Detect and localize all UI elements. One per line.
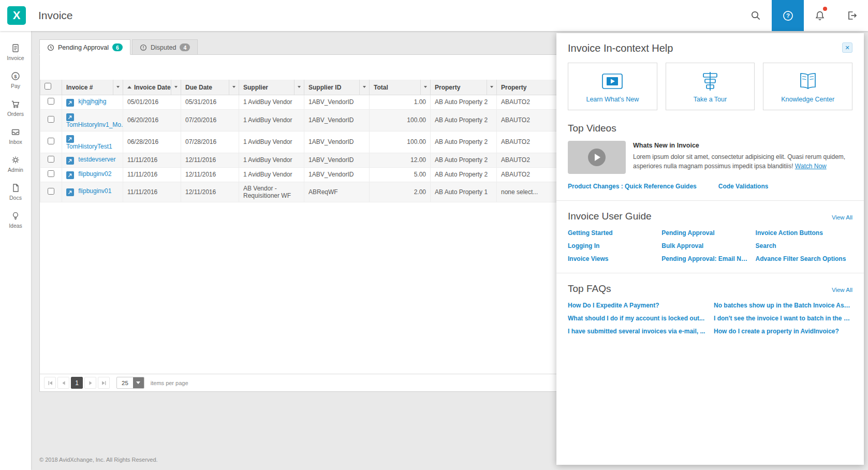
help-panel: Invoice In-context Help ✕ Learn What's N… bbox=[556, 33, 864, 465]
help-button[interactable]: ? bbox=[772, 0, 804, 31]
invoice-number-link[interactable]: kjhgjhgjhg bbox=[78, 98, 106, 105]
column-header-property[interactable]: Property bbox=[431, 80, 497, 95]
property-cell: AB Auto Property 2 bbox=[431, 109, 497, 131]
invoice-number-link[interactable]: flipbuginv01 bbox=[78, 187, 111, 195]
property-cell: AB Auto Property 1 bbox=[431, 182, 497, 202]
row-checkbox[interactable] bbox=[48, 138, 54, 144]
select-all-checkbox[interactable] bbox=[45, 83, 51, 90]
logout-button[interactable] bbox=[836, 0, 868, 31]
watch-now-link[interactable]: Watch Now bbox=[795, 163, 827, 170]
guide-link[interactable]: Getting Started bbox=[568, 229, 654, 237]
guide-link[interactable]: Logging In bbox=[568, 242, 654, 249]
due-date-cell: 12/11/2016 bbox=[181, 153, 239, 167]
tab-pending-approval[interactable]: Pending Approval 6 bbox=[39, 39, 130, 55]
column-header-invoice-date[interactable]: Invoice Date bbox=[123, 80, 181, 95]
tab-disputed[interactable]: Disputed 4 bbox=[132, 39, 198, 55]
column-menu-button[interactable] bbox=[113, 80, 123, 95]
column-menu-button[interactable] bbox=[359, 80, 369, 95]
pay-icon: $ bbox=[10, 71, 21, 81]
guide-link[interactable]: Search bbox=[756, 242, 852, 249]
column-menu-button[interactable] bbox=[171, 80, 181, 95]
sidebar-item-invoice[interactable]: Invoice bbox=[0, 38, 31, 66]
learn-whats-new-card[interactable]: Learn What's New bbox=[568, 63, 657, 110]
column-header-invoice-number[interactable]: Invoice # bbox=[62, 80, 123, 95]
guide-link[interactable]: Invoice Views bbox=[568, 255, 654, 262]
column-header-supplier-id[interactable]: Supplier ID bbox=[304, 80, 370, 95]
next-page-icon bbox=[87, 380, 94, 386]
guide-link[interactable]: Invoice Action Buttons bbox=[756, 229, 852, 237]
app-logo[interactable]: X bbox=[7, 6, 26, 25]
tab-badge: 6 bbox=[112, 43, 123, 51]
current-page-button[interactable]: 1 bbox=[71, 377, 83, 389]
open-invoice-icon[interactable] bbox=[66, 188, 74, 196]
sidebar-item-admin[interactable]: Admin bbox=[0, 150, 31, 178]
user-guide-view-all-link[interactable]: View All bbox=[832, 214, 852, 221]
user-guide-links: Getting Started Pending Approval Invoice… bbox=[568, 229, 852, 262]
faq-link[interactable]: What should I do if my account is locked… bbox=[568, 315, 707, 322]
faq-link[interactable]: How Do I Expedite A Payment? bbox=[568, 302, 707, 309]
faq-link[interactable]: How do I create a property in AvidInvoic… bbox=[714, 328, 852, 335]
row-checkbox[interactable] bbox=[48, 170, 54, 177]
due-date-cell: 12/11/2016 bbox=[181, 182, 239, 202]
help-card-label: Knowledge Center bbox=[781, 96, 834, 103]
row-checkbox[interactable] bbox=[48, 98, 54, 105]
video-links-row: Product Changes : Quick Reference Guides… bbox=[568, 183, 852, 190]
guide-link[interactable]: Pending Approval: Email No... bbox=[661, 255, 748, 262]
invoice-number-link[interactable]: TomHistoryTest1 bbox=[66, 143, 112, 150]
open-invoice-icon[interactable] bbox=[66, 135, 74, 143]
prev-page-button[interactable] bbox=[57, 377, 69, 389]
column-menu-button[interactable] bbox=[294, 80, 304, 95]
knowledge-center-card[interactable]: Knowledge Center bbox=[763, 63, 852, 110]
guide-link[interactable]: Bulk Approval bbox=[661, 242, 748, 249]
open-invoice-icon[interactable] bbox=[66, 171, 74, 179]
guide-link[interactable]: Pending Approval bbox=[661, 229, 748, 237]
column-header-supplier[interactable]: Supplier bbox=[239, 80, 304, 95]
open-invoice-icon[interactable] bbox=[66, 157, 74, 165]
invoice-number-link[interactable]: flipbuginv02 bbox=[78, 170, 111, 178]
guide-link[interactable]: Advance Filter Search Options bbox=[756, 255, 852, 262]
invoice-number-link[interactable]: testdevserver bbox=[78, 156, 115, 163]
take-a-tour-card[interactable]: Take a Tour bbox=[666, 63, 755, 110]
close-help-panel-button[interactable]: ✕ bbox=[842, 42, 852, 53]
first-page-button[interactable] bbox=[44, 377, 56, 389]
column-label: Total bbox=[374, 84, 388, 91]
column-menu-button[interactable] bbox=[420, 80, 430, 95]
sidebar-item-inbox[interactable]: Inbox bbox=[0, 122, 31, 150]
open-invoice-icon[interactable] bbox=[66, 113, 74, 121]
code-validations-link[interactable]: Code Validations bbox=[718, 183, 769, 190]
row-checkbox[interactable] bbox=[48, 156, 54, 163]
row-checkbox[interactable] bbox=[48, 188, 54, 195]
faq-link[interactable]: I don't see the invoice I want to batch … bbox=[714, 315, 852, 322]
sidebar-item-orders[interactable]: Orders bbox=[0, 94, 31, 122]
property-cell: AB Auto Property 2 bbox=[431, 95, 497, 109]
top-video-item: Whats New in Invoice Lorem ipsum dolor s… bbox=[568, 141, 852, 174]
search-button[interactable] bbox=[740, 0, 772, 31]
sidebar-item-pay[interactable]: $ Pay bbox=[0, 66, 31, 94]
notifications-button[interactable] bbox=[804, 0, 836, 31]
invoice-date-cell: 11/11/2016 bbox=[123, 153, 181, 167]
column-menu-button[interactable] bbox=[229, 80, 239, 95]
invoice-number-link[interactable]: TomHistoryInv1_Mo... bbox=[66, 121, 123, 128]
last-page-button[interactable] bbox=[98, 377, 110, 389]
faq-link[interactable]: No batches show up in the Batch Invoice … bbox=[714, 302, 852, 309]
column-header-total[interactable]: Total bbox=[370, 80, 431, 95]
product-changes-link[interactable]: Product Changes : Quick Reference Guides bbox=[568, 183, 697, 190]
total-cell: 2.00 bbox=[370, 182, 431, 202]
page-size-dropdown-button[interactable] bbox=[133, 377, 144, 388]
column-menu-button[interactable] bbox=[487, 80, 496, 95]
supplier-id-cell: ABReqWF bbox=[304, 182, 370, 202]
prev-page-icon bbox=[61, 380, 67, 386]
next-page-button[interactable] bbox=[84, 377, 96, 389]
column-label: Invoice Date bbox=[134, 84, 171, 91]
svg-text:?: ? bbox=[786, 12, 789, 19]
page-size-select[interactable]: 25 bbox=[116, 377, 144, 389]
sidebar-item-ideas[interactable]: Ideas bbox=[0, 206, 31, 234]
supplier-cell: 1 AvidBuy Vendor bbox=[239, 131, 304, 153]
column-header-due-date[interactable]: Due Date bbox=[181, 80, 239, 95]
faq-link[interactable]: I have submitted several invoices via e-… bbox=[568, 328, 707, 335]
row-checkbox[interactable] bbox=[48, 116, 54, 123]
open-invoice-icon[interactable] bbox=[66, 99, 74, 107]
video-thumbnail[interactable] bbox=[568, 141, 626, 174]
faqs-view-all-link[interactable]: View All bbox=[832, 287, 852, 293]
sidebar-item-docs[interactable]: Docs bbox=[0, 178, 31, 206]
